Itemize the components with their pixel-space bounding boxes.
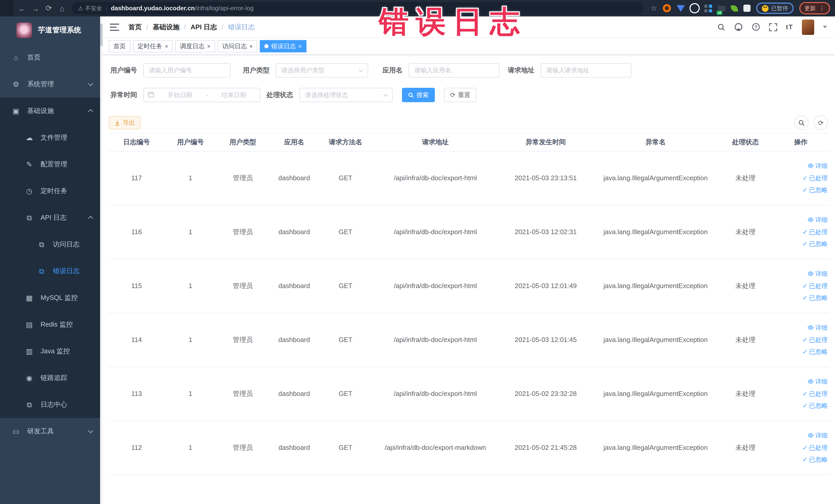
home-icon[interactable]: ⌂ [56, 4, 69, 13]
detail-link[interactable]: 详细 [808, 323, 828, 332]
paused-profile-chip[interactable]: 已暂停 [756, 3, 794, 14]
cell-user_type: 管理员 [217, 443, 269, 452]
detail-link[interactable]: 详细 [808, 269, 828, 278]
app-logo[interactable]: 芋道管理系统 [0, 16, 103, 44]
processed-link[interactable]: ✓已处理 [802, 282, 828, 290]
reload-icon[interactable]: ⟳ [42, 4, 56, 13]
log-icon: ⧉ [25, 400, 34, 409]
extension-icon-grid[interactable] [704, 4, 712, 12]
help-icon[interactable]: ? [751, 23, 760, 31]
sidebar-item-infrastructure[interactable]: ▣基础设施 [0, 98, 103, 124]
breadcrumb-item[interactable]: 基础设施 [153, 22, 179, 32]
monitor-icon: ▣ [11, 107, 21, 115]
sidebar-scrollbar[interactable] [100, 16, 103, 504]
back-icon[interactable]: ← [15, 4, 29, 13]
processed-link[interactable]: ✓已处理 [802, 336, 828, 344]
close-icon[interactable]: × [165, 43, 168, 49]
date-range-picker[interactable]: 开始日期 - 结束日期 [143, 88, 260, 102]
tab-access-log[interactable]: 访问日志× [218, 40, 258, 53]
detail-link[interactable]: 详细 [808, 378, 828, 386]
ignored-link[interactable]: ✓已忽略 [802, 456, 828, 464]
sidebar-scrollbar-thumb[interactable] [100, 24, 103, 46]
sidebar-item-system-management[interactable]: ⚙系统管理 [0, 71, 103, 98]
user-type-select[interactable]: 请选择用户类型 [276, 63, 368, 78]
sidebar-item-dev-tools[interactable]: ▭研发工具 [0, 418, 103, 445]
sidebar-item-java-monitor[interactable]: ▥Java 监控 [0, 338, 103, 365]
cell-id: 114 [109, 335, 164, 345]
close-icon[interactable]: × [249, 43, 253, 49]
extension-icon-green-check[interactable] [691, 4, 699, 12]
cell-user_id: 1 [164, 443, 217, 452]
sidebar-item-error-log[interactable]: ⧉错误日志 [0, 258, 103, 284]
ignored-link[interactable]: ✓已忽略 [802, 294, 828, 303]
ignored-link[interactable]: ✓已忽略 [802, 240, 828, 249]
cell-exception: java.lang.IllegalArgumentException [592, 174, 719, 183]
sidebar-item-log-center[interactable]: ⧉日志中心 [0, 391, 103, 418]
fullscreen-icon[interactable] [769, 23, 777, 31]
sidebar-item-home[interactable]: ⌂首页 [0, 44, 103, 71]
close-icon[interactable]: × [207, 43, 210, 49]
table-header-row: 日志编号用户编号用户类型应用名请求方法名请求地址异常发生时间异常名处理状态操作 [109, 133, 830, 152]
request-url-input[interactable] [541, 63, 631, 78]
sidebar-item-label: 定时任务 [41, 186, 67, 196]
extension-icon-leaf[interactable] [731, 4, 738, 12]
breadcrumb-item: 错误日志 [228, 22, 254, 32]
export-button[interactable]: 导出 [109, 116, 141, 129]
app-name-input[interactable] [409, 63, 500, 78]
check-icon: ✓ [802, 240, 808, 249]
detail-link[interactable]: 详细 [808, 216, 828, 224]
sidebar-item-scheduled-tasks[interactable]: ◷定时任务 [0, 178, 103, 204]
extension-icon-shield[interactable] [677, 5, 685, 12]
sidebar-item-redis-monitor[interactable]: ▤Redis 监控 [0, 311, 103, 338]
address-bar[interactable]: ⚠ 不安全 dashboard.yudao.iocoder.cn/infra/l… [72, 2, 644, 14]
close-icon[interactable]: × [299, 43, 302, 49]
logo-image [16, 23, 32, 38]
extension-icon-orange[interactable] [663, 4, 671, 12]
ignored-link[interactable]: ✓已忽略 [802, 186, 828, 195]
extensions-puzzle-icon[interactable] [744, 5, 751, 12]
github-icon[interactable] [734, 23, 742, 31]
processed-link[interactable]: ✓已处理 [802, 443, 828, 452]
browser-update-button[interactable]: 更新 ⋮ [799, 2, 830, 14]
bookmark-star-icon[interactable]: ☆ [651, 4, 657, 12]
column-header: 请求地址 [372, 138, 499, 147]
breadcrumb-item[interactable]: API 日志 [191, 22, 217, 32]
search-icon[interactable] [717, 23, 725, 31]
ignored-link[interactable]: ✓已忽略 [802, 348, 828, 357]
breadcrumb-item[interactable]: 首页 [128, 22, 142, 32]
tab-home[interactable]: 首页 [109, 40, 130, 53]
processed-link[interactable]: ✓已处理 [802, 228, 828, 237]
sidebar-item-trace[interactable]: ◉链路追踪 [0, 365, 103, 391]
sidebar-item-label: 访问日志 [53, 240, 80, 249]
processed-link[interactable]: ✓已处理 [802, 389, 828, 398]
cell-id: 117 [109, 174, 164, 183]
avatar[interactable] [802, 19, 814, 35]
refresh-button[interactable]: ⟳ [814, 116, 828, 130]
check-icon: ✓ [802, 389, 808, 398]
sidebar-item-access-log[interactable]: ⧉访问日志 [0, 231, 103, 258]
tab-schedule-log[interactable]: 调度日志× [175, 40, 215, 53]
browser-menu-icon[interactable]: ⋮ [819, 5, 825, 12]
forward-icon[interactable]: → [29, 4, 42, 13]
sidebar-item-api-log[interactable]: ⧉API 日志 [0, 204, 103, 231]
extension-icon-onoff[interactable] [718, 5, 726, 11]
sidebar-item-mysql-monitor[interactable]: ▦MySQL 监控 [0, 284, 103, 311]
chevron-down-icon[interactable] [823, 26, 827, 28]
sidebar-item-config-management[interactable]: ✎配置管理 [0, 151, 103, 178]
tools-icon: ▭ [11, 427, 21, 436]
security-chip[interactable]: ⚠ 不安全 [78, 4, 102, 12]
detail-link[interactable]: 详细 [808, 431, 828, 440]
tab-error-log[interactable]: 错误日志× [260, 40, 306, 53]
reset-button[interactable]: ⟳ 重置 [444, 88, 476, 102]
user-id-input[interactable] [143, 63, 230, 78]
tab-scheduled-tasks[interactable]: 定时任务× [133, 40, 173, 53]
sidebar-item-file-management[interactable]: ☁文件管理 [0, 124, 103, 151]
font-size-icon[interactable]: tT [786, 23, 793, 31]
hamburger-icon[interactable] [110, 23, 119, 31]
search-button[interactable]: 搜索 [402, 88, 435, 102]
ignored-link[interactable]: ✓已忽略 [802, 402, 828, 410]
detail-link[interactable]: 详细 [808, 162, 828, 170]
process-status-select[interactable]: 请选择处理状态 [299, 88, 393, 102]
show-search-button[interactable] [794, 116, 809, 130]
processed-link[interactable]: ✓已处理 [802, 174, 828, 183]
